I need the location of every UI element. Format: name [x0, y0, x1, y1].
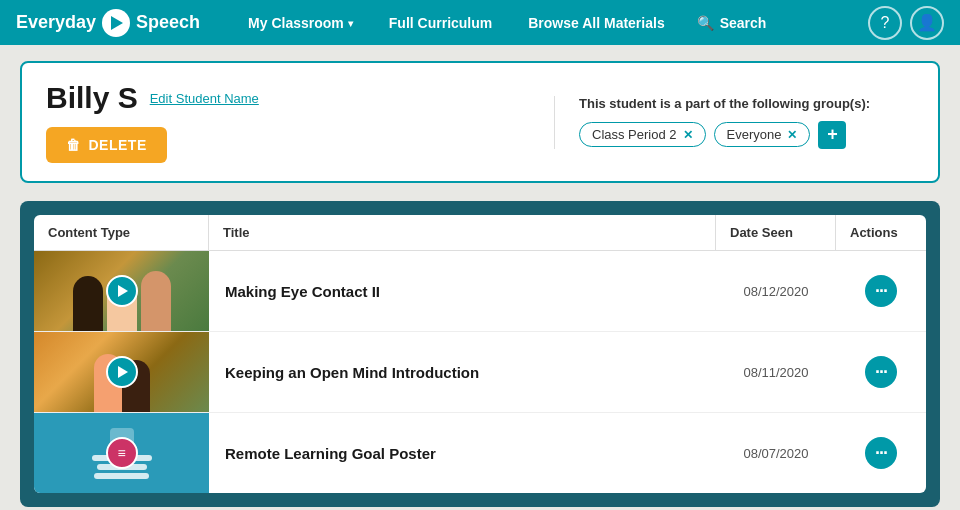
actions-cell: ···: [836, 275, 926, 307]
table-row: Making Eye Contact II 08/12/2020 ···: [34, 251, 926, 332]
date-seen: 08/07/2020: [716, 446, 836, 461]
col-title: Title: [209, 215, 716, 250]
group-tag-label: Class Period 2: [592, 127, 677, 142]
plus-icon: +: [827, 124, 838, 145]
col-actions: Actions: [836, 215, 926, 250]
student-name-row: Billy S Edit Student Name: [46, 81, 554, 115]
thumbnail-cell: [34, 332, 209, 412]
content-title: Remote Learning Goal Poster: [209, 445, 716, 462]
navbar: Everyday Speech My Classroom ▾ Full Curr…: [0, 0, 960, 45]
student-groups: This student is a part of the following …: [554, 96, 914, 149]
student-name: Billy S: [46, 81, 138, 115]
actions-cell: ···: [836, 437, 926, 469]
nav-items: My Classroom ▾ Full Curriculum Browse Al…: [230, 0, 868, 45]
brand-name-part1: Everyday: [16, 12, 96, 33]
document-icon: ≡: [117, 445, 125, 461]
thumbnail-image: [34, 251, 209, 331]
nav-browse[interactable]: Browse All Materials: [510, 0, 682, 45]
figure: [141, 271, 171, 331]
brand-logo[interactable]: Everyday Speech: [16, 9, 200, 37]
add-group-button[interactable]: +: [818, 121, 846, 149]
more-actions-button[interactable]: ···: [865, 275, 897, 307]
play-overlay: [106, 275, 138, 307]
table-row: ≡ Remote Learning Goal Poster 08/07/2020…: [34, 413, 926, 493]
nav-classroom[interactable]: My Classroom ▾: [230, 0, 371, 45]
groups-tags: Class Period 2 ✕ Everyone ✕ +: [579, 121, 914, 149]
content-title: Making Eye Contact II: [209, 283, 716, 300]
table-section: Content Type Title Date Seen Actions: [20, 201, 940, 507]
table-row: Keeping an Open Mind Introduction 08/11/…: [34, 332, 926, 413]
group-tag-class-period[interactable]: Class Period 2 ✕: [579, 122, 706, 147]
edit-student-name-link[interactable]: Edit Student Name: [150, 91, 259, 106]
actions-cell: ···: [836, 356, 926, 388]
date-seen: 08/11/2020: [716, 365, 836, 380]
figure: [73, 276, 103, 331]
thumbnail-cell: [34, 251, 209, 331]
user-icon: 👤: [917, 13, 937, 32]
group-tag-everyone[interactable]: Everyone ✕: [714, 122, 811, 147]
thumbnail-image: [34, 332, 209, 412]
trash-icon: 🗑: [66, 137, 81, 153]
col-content-type: Content Type: [34, 215, 209, 250]
main-content: Billy S Edit Student Name 🗑 DELETE This …: [0, 45, 960, 510]
help-button[interactable]: ?: [868, 6, 902, 40]
thumbnail-image: ≡: [34, 413, 209, 493]
account-button[interactable]: 👤: [910, 6, 944, 40]
content-title: Keeping an Open Mind Introduction: [209, 364, 716, 381]
brand-name-part2: Speech: [136, 12, 200, 33]
student-card: Billy S Edit Student Name 🗑 DELETE This …: [20, 61, 940, 183]
groups-heading: This student is a part of the following …: [579, 96, 914, 111]
help-icon: ?: [881, 14, 890, 32]
nav-curriculum[interactable]: Full Curriculum: [371, 0, 510, 45]
search-icon: 🔍: [697, 15, 714, 31]
thumbnail-cell: ≡: [34, 413, 209, 493]
table-container: Content Type Title Date Seen Actions: [34, 215, 926, 493]
chevron-down-icon: ▾: [348, 18, 353, 29]
play-icon: [111, 16, 123, 30]
brand-icon: [102, 9, 130, 37]
play-icon: [118, 285, 128, 297]
play-icon: [118, 366, 128, 378]
more-actions-button[interactable]: ···: [865, 437, 897, 469]
more-actions-button[interactable]: ···: [865, 356, 897, 388]
nav-icons: ? 👤: [868, 6, 944, 40]
table-header: Content Type Title Date Seen Actions: [34, 215, 926, 251]
delete-button[interactable]: 🗑 DELETE: [46, 127, 167, 163]
poster-line: [94, 473, 149, 479]
col-date-seen: Date Seen: [716, 215, 836, 250]
student-info: Billy S Edit Student Name 🗑 DELETE: [46, 81, 554, 163]
remove-group-icon[interactable]: ✕: [683, 128, 693, 142]
date-seen: 08/12/2020: [716, 284, 836, 299]
play-overlay: [106, 356, 138, 388]
group-tag-label: Everyone: [727, 127, 782, 142]
doc-overlay: ≡: [106, 437, 138, 469]
nav-search[interactable]: 🔍 Search: [683, 0, 781, 45]
remove-group-icon[interactable]: ✕: [787, 128, 797, 142]
